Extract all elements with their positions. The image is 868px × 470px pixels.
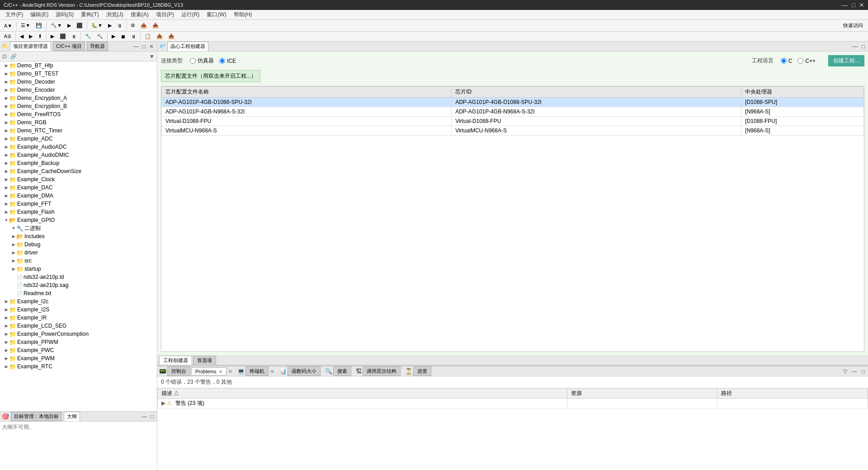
menu-item-r[interactable]: 运行(R) — [178, 10, 203, 19]
tree-item-25[interactable]: ▶📁src — [0, 257, 157, 265]
tree-menu-btn[interactable]: ▼ — [148, 53, 156, 60]
toolbar-run-button[interactable]: ▶ — [65, 21, 73, 31]
expand-icon-21[interactable]: ▼ — [11, 226, 16, 231]
console-min-btn[interactable]: — — [850, 368, 859, 375]
expand-icon-12[interactable]: ▶ — [4, 152, 9, 158]
menu-item-j[interactable]: 浏览(J) — [103, 10, 127, 19]
expand-icon-5[interactable]: ▶ — [4, 95, 9, 101]
tree-item-26[interactable]: ▶📁startup — [0, 265, 157, 273]
tb2-btn15[interactable]: 📥 — [166, 32, 177, 42]
tab-cpp-project[interactable]: C/C++ 项目 — [53, 42, 85, 51]
tree-item-30[interactable]: ▶📁Example_I2c — [0, 297, 157, 306]
collapse-all-btn[interactable]: ⊡ — [1, 53, 8, 60]
toolbar-save-button[interactable]: 💾 — [33, 21, 44, 31]
expand-icon-18[interactable]: ▶ — [4, 201, 9, 207]
toolbar-debug-resume[interactable]: ▶ — [106, 21, 114, 31]
radio-ice[interactable]: ICE — [219, 58, 236, 64]
bottom-panel-min[interactable]: — — [140, 413, 148, 420]
tab-problems[interactable]: Problems ✕ — [191, 367, 226, 376]
radio-simulator[interactable]: 仿真器 — [190, 57, 214, 65]
tab-project-explorer[interactable]: 项目资源管理器 — [10, 42, 51, 51]
tree-item-29[interactable]: 📄Readme.txt — [0, 289, 157, 297]
tab-chip-creator[interactable]: 晶心工程创建器 — [167, 42, 208, 51]
tree-item-37[interactable]: ▶📁Example_PWM — [0, 354, 157, 362]
expand-icon-3[interactable]: ▶ — [4, 79, 9, 85]
minimize-button[interactable]: — — [842, 1, 848, 9]
problems-close[interactable]: ✕ — [219, 369, 222, 374]
tree-item-38[interactable]: ▶📁Example_RTC — [0, 362, 157, 371]
tree-item-22[interactable]: ▶📂Includes — [0, 232, 157, 240]
tab-target-manager[interactable]: 目标管理：本地目标 — [11, 412, 62, 421]
expand-icon-11[interactable]: ▶ — [4, 144, 9, 150]
menu-item-t[interactable]: 重构(T) — [77, 10, 102, 19]
tab-progress[interactable]: 进度 — [413, 367, 431, 376]
expand-icon-34[interactable]: ▶ — [4, 331, 9, 337]
radio-c[interactable]: C — [781, 58, 793, 64]
expand-icon-14[interactable]: ▶ — [4, 169, 9, 174]
expand-icon-31[interactable]: ▶ — [4, 307, 9, 312]
menu-item-e[interactable]: 编辑(E) — [27, 10, 52, 19]
tb2-btn6[interactable]: ⬛ — [57, 32, 68, 42]
tree-item-34[interactable]: ▶📁Example_PowerConsumption — [0, 330, 157, 338]
tree-item-9[interactable]: ▶📁Demo_RTC_Timer — [0, 127, 157, 135]
tree-item-10[interactable]: ▶📁Example_ADC — [0, 135, 157, 143]
expand-icon-7[interactable]: ▶ — [4, 112, 9, 117]
expand-icon-9[interactable]: ▶ — [4, 128, 9, 133]
tree-item-15[interactable]: ▶📁Example_Clock — [0, 175, 157, 183]
tree-item-5[interactable]: ▶📁Demo_Encryption_A — [0, 94, 157, 102]
console-collapse-btn[interactable]: ▽ — [842, 368, 849, 375]
tab-callhierarchy[interactable]: 调用层次结构 — [363, 367, 401, 376]
radio-ice-input[interactable] — [219, 58, 225, 64]
tree-item-17[interactable]: ▶📁Example_DMA — [0, 192, 157, 200]
menu-item-p[interactable]: 项目(P) — [152, 10, 178, 19]
expand-icon-38[interactable]: ▶ — [4, 364, 9, 369]
quick-access-button[interactable]: 快速访问 — [840, 21, 866, 31]
tree-item-14[interactable]: ▶📁Example_CacheDownSize — [0, 167, 157, 175]
menu-item-w[interactable]: 窗口(W) — [203, 10, 230, 19]
tb2-btn12[interactable]: ⏸ — [129, 32, 138, 42]
tb2-btn3[interactable]: ▶ — [27, 32, 35, 42]
tb2-btn9[interactable]: 🔨 — [94, 32, 105, 42]
toolbar-stop-button[interactable]: ⬛ — [74, 21, 85, 31]
bottom-panel-max[interactable]: □ — [149, 413, 155, 420]
create-project-btn[interactable]: 创建工程... — [828, 55, 864, 66]
expand-icon-19[interactable]: ▶ — [4, 209, 9, 215]
radio-sim-input[interactable] — [190, 58, 196, 64]
tab-outline[interactable]: 大纲 — [64, 412, 80, 421]
tb2-btn8[interactable]: 🔧 — [83, 32, 94, 42]
expand-icon-20[interactable]: ▼ — [4, 217, 9, 223]
expand-icon-8[interactable]: ▶ — [4, 120, 9, 125]
tree-item-21[interactable]: ▼🔧二进制 — [0, 224, 157, 232]
radio-c-input[interactable] — [781, 58, 787, 64]
toolbar-import-button[interactable]: 📥 — [150, 21, 161, 31]
expand-icon-25[interactable]: ▶ — [11, 258, 16, 263]
chip-row-3[interactable]: VirtualMCU-N968A-SVirtualMCU-N968A-S[N96… — [162, 126, 864, 136]
tree-item-36[interactable]: ▶📁Example_PWC — [0, 346, 157, 354]
tree-item-19[interactable]: ▶📁Example_Flash — [0, 208, 157, 216]
toolbar-settings-button[interactable]: ⚙ — [128, 21, 137, 31]
expand-icon-22[interactable]: ▶ — [11, 234, 16, 239]
tb2-btn11[interactable]: ⏹ — [118, 32, 128, 42]
expand-icon-29[interactable] — [11, 291, 16, 296]
radio-cpp-input[interactable] — [797, 58, 803, 64]
tree-item-4[interactable]: ▶📁Demo_Encoder — [0, 86, 157, 94]
expand-icon-4[interactable]: ▶ — [4, 87, 9, 93]
panel-maximize-btn[interactable]: □ — [141, 43, 147, 50]
expand-icon-1[interactable]: ▶ — [4, 63, 9, 68]
tb2-btn4[interactable]: ⬆ — [36, 32, 44, 42]
menu-item-a[interactable]: 搜索(A) — [127, 10, 152, 19]
expand-icon-10[interactable]: ▶ — [4, 136, 9, 141]
toolbar-export-button[interactable]: 📤 — [138, 21, 149, 31]
close-button[interactable]: ✕ — [859, 1, 864, 9]
toolbar-debug-suspend[interactable]: ⏸ — [115, 21, 124, 31]
expand-icon-36[interactable]: ▶ — [4, 348, 9, 353]
panel-close-btn[interactable]: ✕ — [148, 43, 155, 50]
tree-item-28[interactable]: 📄nds32-ae210p.sag — [0, 281, 157, 289]
tb2-btn10[interactable]: ▶ — [109, 32, 118, 42]
expand-icon-32[interactable]: ▶ — [4, 315, 9, 320]
tb2-btn13[interactable]: 📋 — [142, 32, 153, 42]
tree-item-2[interactable]: ▶📁Demo_BT_TEST — [0, 70, 157, 78]
expand-icon-13[interactable]: ▶ — [4, 160, 9, 166]
tree-item-27[interactable]: 📄nds32-ae210p.ld — [0, 273, 157, 281]
tb2-btn14[interactable]: 📤 — [154, 32, 165, 42]
